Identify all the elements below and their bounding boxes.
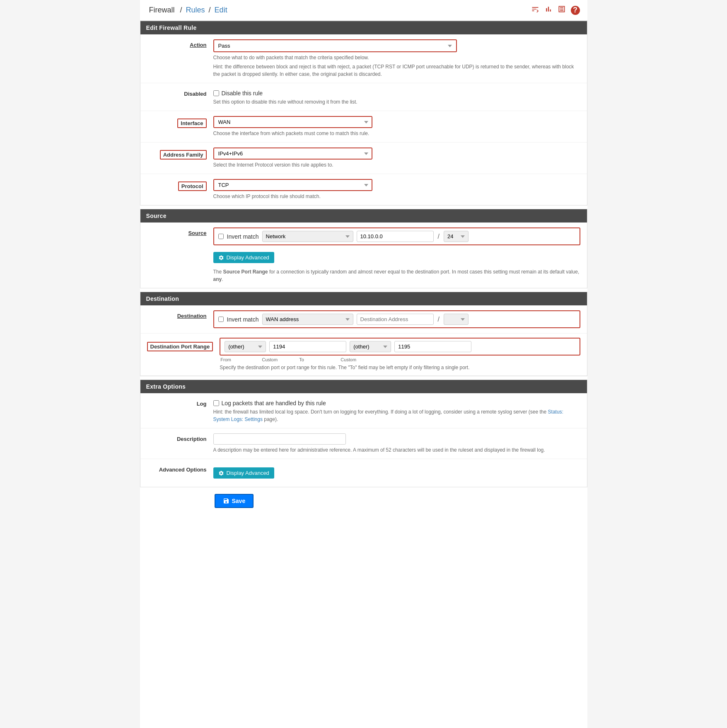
action-content: Pass Block Reject Choose what to do with… [213,39,580,78]
slash-separator: / [437,233,440,240]
action-hint2: Hint: the difference between block and r… [213,63,580,78]
interface-content: WAN LAN Choose the interface from which … [213,116,580,137]
dest-invert-label: Invert match [227,316,259,323]
destination-content: Invert match WAN address any Network / 2… [213,310,580,328]
port-custom-label2: Custom [341,357,378,362]
bars-icon[interactable] [531,5,539,15]
interface-select[interactable]: WAN LAN [214,117,372,127]
save-button-label: Save [232,498,246,504]
source-header: Source [140,209,587,223]
source-row-inner: Invert match Network any Single host or … [213,227,580,245]
advanced-gear-icon [218,470,224,476]
source-address-input[interactable] [357,231,434,242]
chart-icon[interactable] [544,5,553,15]
address-family-label-text: Address Family [160,150,207,160]
disabled-hint: Set this option to disable this rule wit… [213,98,580,106]
advanced-display-advanced-button[interactable]: Display Advanced [213,467,274,479]
addrfam-select-wrapper: IPv4+IPv6 IPv4 IPv6 [213,148,372,160]
advanced-options-label: Advanced Options [147,464,213,473]
log-content: Log packets that are handled by this rul… [213,398,580,423]
edit-firewall-rule-section: Edit Firewall Rule Action Pass Block Rej… [140,21,587,206]
extra-options-header: Extra Options [140,380,587,393]
port-to-label: To [299,357,341,362]
protocol-hint: Choose which IP protocol this rule shoul… [213,193,580,200]
dest-port-to-type-select[interactable]: (other) any HTTP HTTPS [350,341,391,352]
breadcrumb-edit[interactable]: Edit [215,6,227,14]
protocol-label-text: Protocol [178,181,207,191]
action-hint1: Choose what to do with packets that matc… [213,54,580,61]
dest-address-input[interactable] [357,314,434,325]
dest-port-to-input[interactable] [394,341,471,352]
dest-invert-checkbox[interactable] [218,317,224,322]
table-icon[interactable] [558,5,566,15]
top-icons: ? [531,5,580,15]
dest-port-inner: (other) any HTTP HTTPS (other) any HTTP … [220,338,580,356]
interface-label: Interface [147,116,213,128]
dest-port-hint: Specify the destination port or port ran… [220,364,580,371]
address-family-row: Address Family IPv4+IPv6 IPv4 IPv6 Selec… [140,143,587,174]
advanced-options-row: Advanced Options Display Advanced [140,459,587,487]
breadcrumb-firewall: Firewall [149,6,175,14]
destination-label: Destination [147,310,213,319]
dest-port-from-input[interactable] [269,341,346,352]
source-invert-checkbox[interactable] [218,234,224,239]
interface-label-text: Interface [177,119,206,128]
action-select[interactable]: Pass Block Reject [215,41,455,51]
save-button[interactable]: Save [215,494,254,508]
description-label: Description [147,433,213,442]
address-family-label: Address Family [147,148,213,160]
port-from-label: From [220,357,262,362]
addrfam-select[interactable]: IPv4+IPv6 IPv4 IPv6 [214,148,372,159]
source-cidr-select[interactable]: 24 8 16 32 [444,231,469,242]
gear-icon [218,255,224,261]
action-label: Action [147,39,213,48]
dest-port-range-label-text: Destination Port Range [147,342,213,351]
log-checkbox-label: Log packets that are handled by this rul… [222,400,326,406]
source-content: Invert match Network any Single host or … [213,227,580,283]
description-content: A description may be entered here for ad… [213,433,580,454]
dest-type-select[interactable]: WAN address any Network [262,314,353,325]
breadcrumb-rules[interactable]: Rules [186,6,205,14]
protocol-content: TCP UDP TCP/UDP ICMP any Choose which IP… [213,179,580,200]
disabled-checkbox-label: Disable this rule [222,90,263,97]
protocol-row: Protocol TCP UDP TCP/UDP ICMP any Choose… [140,174,587,205]
source-invert-label: Invert match [227,233,259,240]
destination-row: Destination Invert match WAN address any… [140,305,587,334]
source-hint: The Source Port Range for a connection i… [213,268,580,283]
action-select-wrapper: Pass Block Reject [213,39,457,52]
disabled-content: Disable this rule Set this option to dis… [213,88,580,106]
description-hint: A description may be entered here for ad… [213,446,580,454]
destination-header: Destination [140,292,587,305]
dest-port-content: (other) any HTTP HTTPS (other) any HTTP … [220,338,580,371]
log-row: Log Log packets that are handled by this… [140,393,587,428]
help-icon[interactable]: ? [571,6,580,15]
interface-hint: Choose the interface from which packets … [213,130,580,137]
destination-section: Destination Destination Invert match WAN… [140,292,587,376]
top-bar: Firewall / Rules / Edit ? [140,0,587,21]
log-checkbox[interactable] [213,400,219,406]
save-icon [223,498,229,504]
advanced-options-content: Display Advanced [213,464,580,482]
extra-options-section: Extra Options Log Log packets that are h… [140,380,587,487]
source-type-select[interactable]: Network any Single host or alias [262,231,353,242]
protocol-select-wrapper: TCP UDP TCP/UDP ICMP any [213,179,372,191]
source-display-advanced-button[interactable]: Display Advanced [213,252,274,263]
source-row: Source Invert match Network any Single h… [140,223,587,288]
log-checkbox-row: Log packets that are handled by this rul… [213,398,580,406]
log-hint: Hint: the firewall has limited local log… [213,408,580,423]
dest-port-from-type-select[interactable]: (other) any HTTP HTTPS [225,341,266,352]
description-input[interactable] [213,433,346,445]
dest-slash-sep: / [437,316,440,323]
protocol-select[interactable]: TCP UDP TCP/UDP ICMP any [214,180,372,190]
disabled-label: Disabled [147,88,213,97]
disabled-checkbox[interactable] [213,90,219,96]
interface-select-wrapper: WAN LAN [213,116,372,128]
source-display-advanced-label: Display Advanced [227,254,269,261]
dest-cidr-select[interactable]: 24 32 [444,314,469,325]
source-label: Source [147,227,213,236]
dest-port-range-label: Destination Port Range [147,338,220,351]
edit-firewall-rule-header: Edit Firewall Rule [140,21,587,34]
advanced-display-advanced-label: Display Advanced [227,470,269,476]
dest-port-row: Destination Port Range (other) any HTTP … [140,334,587,376]
interface-row: Interface WAN LAN Choose the interface f… [140,111,587,143]
